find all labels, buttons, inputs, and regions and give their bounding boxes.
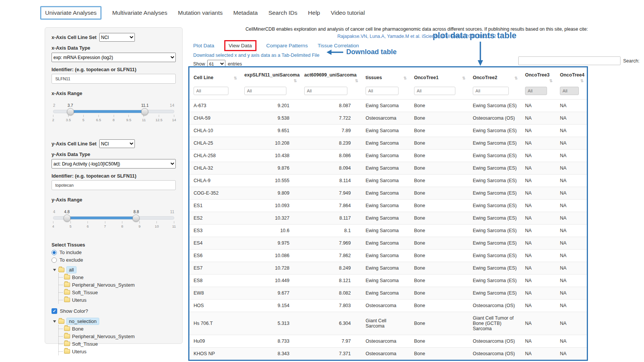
sort-icon[interactable]: ⇅ (355, 78, 358, 83)
table-row[interactable]: CHLA-10 9.651 7.89 Ewing Sarcoma Bone Ew… (189, 125, 587, 137)
oncotree1-cell: Bone (410, 212, 469, 225)
x-cell-line-set-select[interactable]: NCI (99, 33, 135, 42)
oncotree3-cell: NA (521, 112, 556, 125)
x-range-handle-high[interactable] (141, 108, 148, 115)
col-header-oncotree3[interactable]: OncoTree3⇅ (521, 67, 556, 87)
sort-icon[interactable]: ⇅ (234, 76, 237, 80)
y-range-handle-low[interactable] (64, 214, 71, 222)
tick-label: 6 (87, 224, 89, 228)
table-row[interactable]: A-673 9.201 8.087 Ewing Sarcoma Bone Ewi… (189, 100, 587, 112)
x-range-track[interactable] (53, 110, 174, 113)
tree-node-no-selection[interactable]: no_selection (53, 318, 176, 325)
tab-univariate-analyses[interactable]: Univariate Analyses (40, 6, 102, 20)
table-row[interactable]: COG-E-352 9.809 7.949 Ewing Sarcoma Bone… (189, 187, 587, 200)
y-range-track[interactable] (53, 216, 174, 220)
y-cell-line-set-select[interactable]: NCI (99, 139, 135, 148)
col-header-oncotree1[interactable]: OncoTree1⇅ (410, 67, 469, 87)
filter-oncotree1[interactable] (414, 87, 455, 95)
tab-multivariate-analyses[interactable]: Multivariate Analyses (112, 9, 167, 16)
tab-help[interactable]: Help (308, 9, 320, 16)
radio-to-exclude[interactable]: To exclude (52, 257, 176, 263)
subtab-plot-data[interactable]: Plot Data (193, 43, 214, 48)
filter-oncotree3[interactable] (525, 87, 547, 95)
table-row[interactable]: ES2 10.327 8.117 Ewing Sarcoma Bone Ewin… (189, 212, 587, 225)
col-label: tissues (366, 75, 382, 80)
tree-node-tissue[interactable]: Bone (59, 325, 176, 332)
tree-node-tissue[interactable]: Soft_Tissue (59, 289, 176, 296)
exp-value-cell: 9.677 (240, 287, 300, 300)
filter-tissues[interactable] (366, 87, 399, 95)
y-identifier-input[interactable] (52, 180, 176, 190)
tick-label: 10 (155, 224, 159, 228)
table-row[interactable]: ES7 10.728 8.249 Ewing Sarcoma Bone Ewin… (189, 262, 587, 275)
y-data-type-select[interactable]: act: Drug Activity (-log10[IC50M]) (52, 159, 176, 169)
y-range-handle-high[interactable] (133, 214, 140, 222)
tab-video-tutorial[interactable]: Video tutorial (331, 9, 365, 16)
oncotree4-cell: NA (556, 237, 587, 250)
col-header-act609699[interactable]: act609699_uniSarcoma⇅ (300, 67, 361, 87)
sort-icon[interactable]: ⇅ (514, 76, 518, 80)
oncotree3-cell: NA (521, 250, 556, 262)
sort-icon[interactable]: ⇅ (549, 78, 553, 83)
filter-cell-line[interactable] (194, 87, 228, 95)
show-color-checkbox[interactable]: ✓ Show Color? (52, 308, 176, 314)
table-row[interactable]: ES8 10.449 8.121 Ewing Sarcoma Bone Ewin… (189, 275, 587, 287)
subtab-tissue-correlation[interactable]: Tissue Correlation (317, 43, 359, 48)
table-row[interactable]: CHLA-9 10.555 8.114 Ewing Sarcoma Bone E… (189, 175, 587, 187)
caret-down-icon[interactable] (53, 269, 56, 271)
select-tissues-label: Select Tissues (52, 242, 176, 248)
oncotree1-cell: Bone (410, 348, 469, 360)
sort-icon[interactable]: ⇅ (580, 78, 584, 83)
tree-node-tissue[interactable]: Soft_Tissue (59, 340, 176, 348)
sort-icon[interactable]: ⇅ (294, 78, 297, 83)
caret-down-icon[interactable] (53, 320, 56, 323)
col-header-tissues[interactable]: tissues⇅ (361, 67, 410, 87)
tree-node-tissue[interactable]: Peripheral_Nervous_System (59, 281, 176, 289)
filter-oncotree4[interactable] (560, 87, 579, 95)
tab-search-ids[interactable]: Search IDs (268, 9, 297, 16)
search-input[interactable] (518, 56, 621, 65)
table-row[interactable]: CHLA-32 9.876 8.094 Ewing Sarcoma Bone E… (189, 162, 587, 175)
tree-children: Bone Peripheral_Nervous_System Soft_Tiss… (58, 273, 176, 304)
act-value-cell: 8.086 (300, 150, 361, 162)
tab-metadata[interactable]: Metadata (233, 9, 258, 16)
tree-node-all[interactable]: all (53, 266, 176, 273)
sort-icon[interactable]: ⇅ (462, 76, 466, 80)
citation-line2[interactable]: Rajapakse.VN, Luna.A, Yamade.M et al. iS… (189, 34, 644, 39)
tab-mutation-variants[interactable]: Mutation variants (178, 9, 223, 16)
filter-oncotree2[interactable] (473, 87, 509, 95)
subtab-view-data[interactable]: View Data (229, 43, 252, 48)
x-range-handle-low[interactable] (67, 108, 74, 115)
table-row[interactable]: CHA-59 9.538 7.722 Osteosarcoma Bone Ost… (189, 112, 587, 125)
table-row[interactable]: Hs 706.T 5.313 6.304 Giant Cell Sarcoma … (189, 312, 587, 335)
filter-expslfn11[interactable] (244, 87, 286, 95)
sort-icon[interactable]: ⇅ (403, 76, 407, 80)
table-row[interactable]: CHLA-258 10.438 8.086 Ewing Sarcoma Bone… (189, 150, 587, 162)
x-identifier-input[interactable] (52, 74, 176, 84)
table-row[interactable]: ES1 10.093 7.864 Ewing Sarcoma Bone Ewin… (189, 200, 587, 212)
tree-node-tissue[interactable]: Bone (59, 273, 176, 281)
col-header-oncotree2[interactable]: OncoTree2⇅ (469, 67, 521, 87)
citation: CellMinerCDB enables exploration and ana… (189, 27, 644, 39)
table-row[interactable]: EW8 9.677 8.082 Ewing Sarcoma Bone Ewing… (189, 287, 587, 300)
col-header-cell-line[interactable]: Cell Line⇅ (189, 67, 240, 87)
table-row[interactable]: ES3 10.6 8.1 Ewing Sarcoma Bone Ewing Sa… (189, 225, 587, 237)
table-row[interactable]: ES4 9.975 7.969 Ewing Sarcoma Bone Ewing… (189, 237, 587, 250)
download-tab-delimited-link[interactable]: Download selected x and y axis data as a… (193, 53, 319, 58)
col-header-expslfn11[interactable]: expSLFN11_uniSarcoma⇅ (240, 67, 300, 87)
radio-to-include[interactable]: To include (52, 250, 176, 255)
tree-node-tissue[interactable]: Uterus (59, 348, 176, 355)
table-row[interactable]: HOS 9.154 7.803 Osteosarcoma Bone Osteos… (189, 300, 587, 312)
table-row[interactable]: KHOS NP 8.343 7.371 Osteosarcoma Bone Os… (189, 348, 587, 360)
table-row[interactable]: Hu09 8.733 7.97 Osteosarcoma Bone Osteos… (189, 335, 587, 348)
tree-node-tissue[interactable]: Peripheral_Nervous_System (59, 332, 176, 340)
table-row[interactable]: ES6 10.086 7.862 Ewing Sarcoma Bone Ewin… (189, 250, 587, 262)
filter-act609699[interactable] (304, 87, 347, 95)
col-header-oncotree4[interactable]: OncoTree4⇅ (556, 67, 587, 87)
x-data-type-select[interactable]: exp: mRNA Expression (log2) (52, 53, 176, 62)
table-row[interactable]: CHLA-25 10.208 8.239 Ewing Sarcoma Bone … (189, 137, 587, 150)
table-header-row: Cell Line⇅ expSLFN11_uniSarcoma⇅ act6096… (189, 67, 587, 87)
tree-item-label: Uterus (72, 349, 86, 354)
tree-node-tissue[interactable]: Uterus (59, 296, 176, 304)
subtab-compare-patterns[interactable]: Compare Patterns (266, 43, 308, 48)
